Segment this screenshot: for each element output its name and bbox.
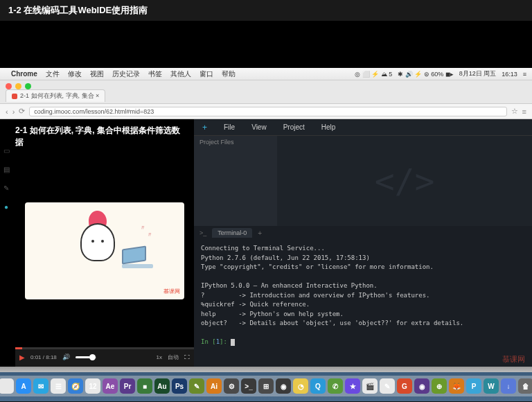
ghost-character bbox=[80, 223, 122, 272]
content-area: ▭ ▤ ✎ ● 2-1 如何在列表, 字典, 集合中根据条件筛选数据 bbox=[0, 119, 532, 367]
menu-file[interactable]: 文件 bbox=[46, 69, 60, 79]
close-button[interactable] bbox=[6, 83, 12, 89]
dock-app-icon[interactable]: ◉ bbox=[414, 378, 429, 394]
dock-app-icon[interactable]: Ae bbox=[103, 378, 118, 394]
loop-control[interactable]: 自动 bbox=[168, 353, 179, 361]
minimize-button[interactable] bbox=[15, 83, 21, 89]
url-input[interactable]: coding.imooc.com/lesson/62.html#mid=823 bbox=[29, 107, 506, 116]
dock-app-icon[interactable]: ✆ bbox=[328, 378, 343, 394]
menu-view[interactable]: 视图 bbox=[90, 69, 104, 79]
ide-menu-file[interactable]: File bbox=[224, 123, 235, 131]
volume-slider[interactable] bbox=[76, 356, 96, 358]
dock-app-icon[interactable]: >_ bbox=[241, 378, 256, 394]
reload-button[interactable]: ⟳ bbox=[19, 107, 25, 116]
dock-app-icon[interactable]: Au bbox=[154, 378, 170, 394]
dock-app-icon[interactable]: 🧭 bbox=[68, 378, 83, 394]
dock-app-icon[interactable]: 🦊 bbox=[449, 378, 464, 394]
project-panel[interactable]: Project Files bbox=[194, 136, 277, 226]
ide-menu-view[interactable]: View bbox=[251, 123, 267, 131]
video-controls: ▶ 0:01 / 8:18 🔊 1x 自动 ⛶ bbox=[15, 347, 194, 367]
video-panel: ▭ ▤ ✎ ● 2-1 如何在列表, 字典, 集合中根据条件筛选数据 bbox=[0, 119, 194, 367]
menu-icon[interactable]: ≡ bbox=[522, 107, 526, 116]
mac-menubar: Chrome 文件 修改 视图 历史记录 书签 其他人 窗口 帮助 ◎ ⬜ ⚡ … bbox=[0, 68, 532, 80]
progress-bar[interactable] bbox=[15, 347, 194, 349]
time-display: 0:01 / 8:18 bbox=[30, 354, 57, 360]
favicon-icon bbox=[12, 94, 17, 99]
app-name[interactable]: Chrome bbox=[11, 70, 37, 78]
page-watermark: 慕课网 bbox=[502, 354, 525, 365]
back-button[interactable]: ‹ bbox=[6, 107, 8, 116]
dock-app-icon[interactable]: ◔ bbox=[293, 378, 308, 394]
dock-app-icon[interactable]: 12 bbox=[85, 378, 100, 394]
video-content: 〃〃 慕课网 bbox=[25, 202, 184, 299]
video-player[interactable]: 〃〃 慕课网 ▶ 0:01 / 8:18 🔊 1x 自动 ⛶ bbox=[15, 154, 194, 367]
dock-app-icon[interactable]: ⊕ bbox=[432, 378, 447, 394]
forward-button[interactable]: › bbox=[12, 107, 15, 116]
dock-app-icon[interactable] bbox=[0, 378, 14, 394]
tool-icon[interactable]: ▤ bbox=[3, 166, 10, 173]
tool-icon[interactable]: ▭ bbox=[3, 147, 10, 155]
page-title: 1-2 在线编码工具WebIDE使用指南 bbox=[0, 0, 532, 21]
video-frame[interactable]: 〃〃 慕课网 bbox=[15, 154, 194, 347]
dock-app-icon[interactable]: ✉ bbox=[33, 378, 48, 394]
dock-app-icon[interactable]: ■ bbox=[137, 378, 152, 394]
dock-app-icon[interactable]: ⚙ bbox=[224, 378, 239, 394]
ide-panel: + File View Project Help Project Files <… bbox=[194, 119, 532, 367]
dock-app-icon[interactable]: 🎬 bbox=[362, 378, 378, 394]
dock-app-icon[interactable]: ⊞ bbox=[258, 378, 274, 394]
video-watermark: 慕课网 bbox=[163, 288, 180, 295]
play-button[interactable]: ▶ bbox=[19, 353, 25, 361]
dock-app-icon[interactable]: Q bbox=[310, 378, 326, 394]
ide-menu-help[interactable]: Help bbox=[321, 123, 336, 131]
dock-app-icon[interactable]: ✎ bbox=[380, 378, 395, 394]
dock-app-icon[interactable]: A bbox=[16, 378, 31, 394]
dock-app-icon[interactable]: ↓ bbox=[501, 378, 516, 394]
dock-app-icon[interactable]: ◉ bbox=[276, 378, 291, 394]
terminal-output[interactable]: Connecting to Terminal Service...Python … bbox=[194, 240, 532, 367]
dock-app-icon[interactable]: ★ bbox=[345, 378, 360, 394]
volume-icon[interactable]: 🔊 bbox=[62, 353, 70, 360]
address-bar: ‹ › ⟳ coding.imooc.com/lesson/62.html#mi… bbox=[0, 104, 532, 119]
left-toolbar: ▭ ▤ ✎ ● bbox=[0, 140, 12, 211]
speed-control[interactable]: 1x bbox=[157, 354, 162, 360]
dock: A✉☰🧭12AePr■AuPs✎Ai⚙>_⊞◉◔Q✆★🎬✎G◉⊕🦊PW↓🗑 bbox=[0, 376, 532, 396]
code-editor[interactable]: </> bbox=[277, 136, 532, 226]
menu-window[interactable]: 窗口 bbox=[200, 69, 213, 79]
add-terminal-button[interactable]: + bbox=[258, 229, 262, 237]
dock-app-icon[interactable]: P bbox=[466, 378, 481, 394]
dock-app-icon[interactable]: ✎ bbox=[189, 378, 204, 394]
tool-icon[interactable]: ✎ bbox=[3, 184, 9, 192]
black-spacer bbox=[0, 21, 532, 68]
terminal-tab[interactable]: Terminal-0 bbox=[212, 228, 252, 238]
terminal-icon: >_ bbox=[200, 229, 206, 236]
menu-edit[interactable]: 修改 bbox=[68, 69, 82, 79]
menu-date[interactable]: 8月12日 周五 bbox=[459, 69, 497, 78]
menu-help[interactable]: 帮助 bbox=[222, 69, 236, 79]
dock-app-icon[interactable]: G bbox=[397, 378, 412, 394]
ide-menubar: + File View Project Help bbox=[194, 119, 532, 136]
menu-history[interactable]: 历史记录 bbox=[112, 69, 140, 79]
laptop-graphic bbox=[122, 247, 157, 272]
plus-icon[interactable]: + bbox=[202, 123, 207, 132]
fullscreen-button[interactable]: ⛶ bbox=[184, 354, 190, 360]
dock-app-icon[interactable]: ☰ bbox=[51, 378, 66, 394]
maximize-button[interactable] bbox=[25, 83, 31, 89]
dock-app-icon[interactable]: Pr bbox=[120, 378, 135, 394]
video-title: 2-1 如何在列表, 字典, 集合中根据条件筛选数据 bbox=[0, 119, 194, 154]
dock-app-icon[interactable]: Ps bbox=[172, 378, 187, 394]
menu-bookmarks[interactable]: 书签 bbox=[148, 69, 162, 79]
menubar-icons[interactable]: ◎ ⬜ ⚡ ⛰ 5 bbox=[355, 71, 392, 78]
bookmark-icon[interactable]: ☆ bbox=[511, 107, 518, 116]
dock-area: A✉☰🧭12AePr■AuPs✎Ai⚙>_⊞◉◔Q✆★🎬✎G◉⊕🦊PW↓🗑 bbox=[0, 367, 532, 401]
dock-app-icon[interactable]: 🗑 bbox=[518, 378, 532, 394]
tab-title: 2-1 如何在列表, 字典, 集合 × bbox=[20, 91, 99, 101]
dock-app-icon[interactable]: Ai bbox=[206, 378, 222, 394]
menu-time[interactable]: 16:13 bbox=[502, 71, 517, 78]
browser-tab[interactable]: 2-1 如何在列表, 字典, 集合 × bbox=[6, 89, 105, 102]
dock-app-icon[interactable]: W bbox=[484, 378, 499, 394]
avatar-icon[interactable]: ● bbox=[4, 203, 8, 211]
menu-extra[interactable]: ≡ bbox=[523, 71, 526, 78]
ide-menu-project[interactable]: Project bbox=[283, 123, 305, 131]
status-icons[interactable]: ✱ 🔊 ⚡ ⊜ 60% ◼▸ bbox=[398, 71, 454, 78]
menu-people[interactable]: 其他人 bbox=[170, 69, 191, 79]
